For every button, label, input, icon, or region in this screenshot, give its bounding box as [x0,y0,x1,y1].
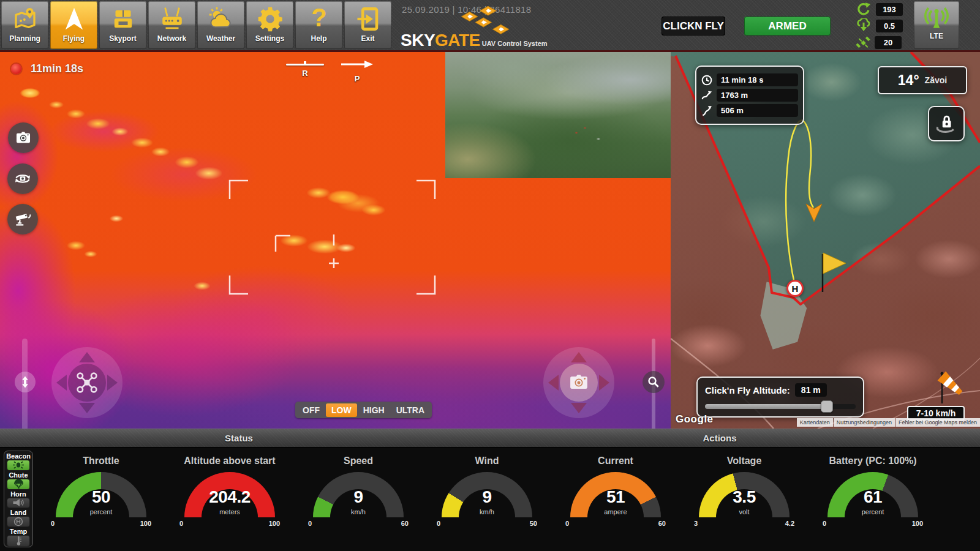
indicator-satellite: 20 [855,35,903,50]
gain-option-high[interactable]: HIGH [358,403,390,417]
satellite-icon [855,35,871,50]
magnifier-icon [647,375,660,389]
gauge-unit: km/h [442,508,532,515]
gauge: Voltage 3.5 volt 3 4.2 [690,448,798,551]
gauge: Altitude above start 204.2 meters 0 100 [176,448,284,551]
gauge-arc: 61 percent [827,472,918,517]
beacon-button[interactable] [7,460,30,471]
gauge-range: 0 50 [433,520,541,527]
temp-button[interactable] [7,535,30,547]
nav-flying-button[interactable]: Flying [50,1,97,49]
router-icon [159,6,186,32]
telemetry-row: 11 min 18 s [701,73,798,86]
distance-icon [701,90,712,101]
chute-button[interactable] [7,479,30,490]
pip-video-preview[interactable] [445,52,671,178]
cctv-camera-button[interactable] [7,204,38,234]
land-button[interactable] [7,516,30,527]
indicator-value: 20 [875,36,902,49]
gauge-min: 0 [308,520,312,527]
switch-camera-button[interactable] [7,163,38,194]
horn-button[interactable] [7,498,30,509]
drone-position-arrow [806,204,822,222]
gimbal-camera-icon [567,372,590,393]
nav-label: Exit [361,34,374,43]
map-view[interactable]: H 11 min 18 s1763 m506 m 14° Zăvoi Click… [671,52,980,429]
gauge-min: 0 [437,520,440,527]
gauge-title: Speed [344,455,373,467]
nav-label: Help [311,34,326,43]
gauge-range: 3 4.2 [690,520,798,527]
nav-planning-button[interactable]: Planning [1,1,48,49]
horn-label: Horn [10,490,26,498]
flight-telemetry-panel: 11 min 18 s1763 m506 m [695,66,804,125]
attribution-link[interactable]: Kartendaten [797,418,833,427]
gauge-value: 50 [56,487,146,507]
pitch-label: P [339,74,375,83]
telemetry-row: 1763 m [701,89,798,102]
gauge-range: 0 100 [176,520,284,527]
indicator-cloud-download: 0.5 [855,18,903,34]
flight-dpad[interactable] [50,346,124,419]
gauge-min: 0 [179,520,183,527]
nav-label: Network [157,34,186,43]
altitude-slider[interactable] [705,404,856,409]
lte-button[interactable]: LTE [914,1,959,49]
gauge-arc: 51 ampere [570,472,661,517]
indicator-rotate: 193 [855,2,903,17]
gain-option-ultra[interactable]: ULTRA [391,403,430,417]
gauge-max: 60 [658,520,666,527]
nav-label: Settings [255,34,284,43]
home-marker: H [786,280,804,297]
gear-icon [257,6,283,32]
side-controls: BeaconChuteHornLandTemp [4,451,33,547]
attribution-link[interactable]: Nutzungsbedingungen [834,418,895,427]
gauge-unit: volt [699,508,790,515]
gauge-range: 0 60 [304,520,412,527]
gain-toggle: OFFLOWHIGHULTRA [295,402,432,418]
altitude-joystick-thumb[interactable] [15,372,36,392]
pitch-indicator: P [339,60,375,83]
cloud-download-icon [855,18,872,34]
nav-skyport-button[interactable]: Skyport [99,1,146,49]
nav-weather-button[interactable]: Weather [197,1,244,49]
gauge-value: 9 [442,487,532,507]
antenna-icon [924,5,949,31]
sun-cloud-icon [207,6,235,32]
svg-text:?: ? [311,6,326,32]
hold-position-lock-button[interactable] [928,106,965,141]
main-area: 11min 18s R P [0,52,980,429]
nav-help-button[interactable]: ?Help [295,1,342,49]
gauge-title: Wind [475,455,499,467]
take-photo-button[interactable] [8,122,39,153]
nav-exit-button[interactable]: Exit [344,1,391,49]
armed-button[interactable]: ARMED [744,17,831,36]
nav-icon-wrap: ? [307,4,331,34]
altitude-slider-thumb[interactable] [821,400,833,413]
gauge-unit: ampere [570,508,661,515]
attribution-link[interactable]: Fehler bei Google Maps melden [895,418,980,427]
nav-icon-wrap [110,4,137,34]
nav-network-button[interactable]: Network [148,1,195,49]
beacon-label: Beacon [6,452,31,460]
clock-icon [701,75,712,86]
logo-sky: SKY [401,31,435,50]
nav-settings-button[interactable]: Settings [246,1,293,49]
temp-label: Temp [10,528,28,535]
nav-icon-wrap [159,4,186,34]
question-icon: ? [307,6,331,32]
nav-label: Flying [63,34,85,43]
gimbal-dpad[interactable] [542,346,616,419]
gain-option-low[interactable]: LOW [326,403,357,417]
instrument-panel: BeaconChuteHornLandTemp Throttle 50 perc… [0,448,980,551]
nav-icon-wrap [355,4,381,34]
status-header: Status [225,433,253,443]
gauge: Throttle 50 percent 0 100 [47,448,155,551]
zoom-slider-thumb[interactable] [643,371,665,393]
gain-option-off[interactable]: OFF [297,403,325,417]
gauge-range: 0 100 [47,520,155,527]
telemetry-row: 506 m [701,104,798,117]
clickn-fly-button[interactable]: CLICKN FLY [662,17,725,36]
top-bar: PlanningFlyingSkyportNetworkWeatherSetti… [0,0,980,52]
map-route-icon [12,7,38,31]
